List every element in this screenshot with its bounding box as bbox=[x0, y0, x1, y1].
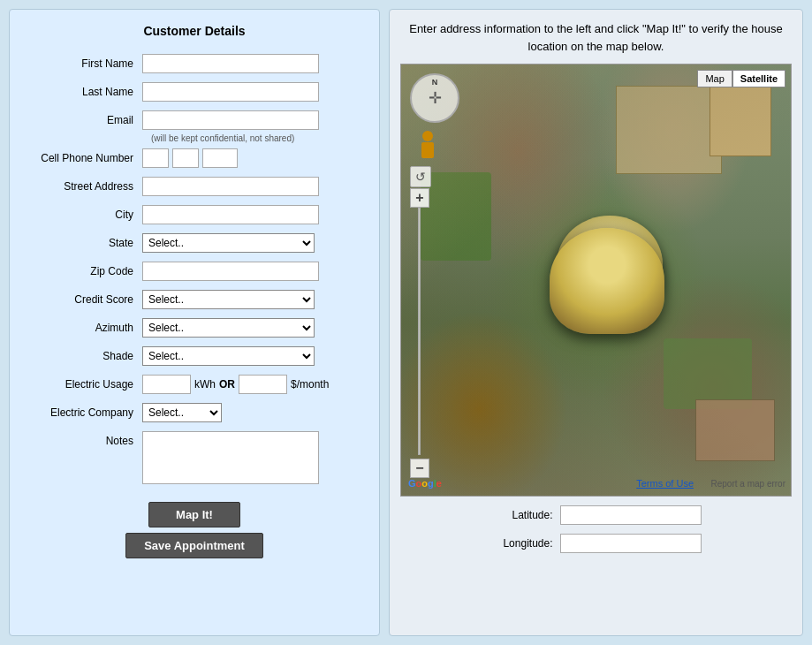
city-row: City bbox=[19, 205, 370, 224]
electric-usage-row: Electric Usage kWh OR $/month bbox=[19, 375, 370, 394]
zoom-in-button[interactable]: + bbox=[410, 188, 429, 208]
last-name-row: Last Name bbox=[19, 82, 370, 102]
street-address-label: Street Address bbox=[19, 180, 142, 193]
building-bottom-right bbox=[695, 399, 775, 461]
credit-score-row: Credit Score Select.. bbox=[19, 290, 370, 309]
per-month-label: $/month bbox=[291, 378, 329, 391]
cell-phone-label: Cell Phone Number bbox=[19, 152, 142, 164]
shade-label: Shade bbox=[19, 350, 142, 362]
email-row: Email bbox=[19, 110, 370, 130]
zoom-out-button[interactable]: − bbox=[410, 459, 429, 478]
electric-company-select[interactable]: Select.. bbox=[142, 403, 222, 422]
satellite-view-button[interactable]: Satellite bbox=[732, 70, 785, 87]
latitude-label: Latitude: bbox=[491, 509, 553, 521]
latitude-input[interactable] bbox=[560, 505, 702, 525]
map-toggle-buttons: Map Satellite bbox=[697, 70, 785, 87]
zip-code-label: Zip Code bbox=[19, 265, 142, 277]
person-body bbox=[421, 142, 434, 158]
map-refresh-button[interactable]: ↺ bbox=[410, 166, 431, 187]
right-panel: Enter address information to the left an… bbox=[389, 9, 803, 636]
notes-row: Notes bbox=[19, 431, 370, 484]
compass-north-label: N bbox=[432, 78, 438, 87]
kwh-label: kWh bbox=[194, 378, 216, 391]
person-head bbox=[422, 131, 433, 141]
first-name-input[interactable] bbox=[142, 54, 319, 73]
terms-of-use-link[interactable]: Terms of Use bbox=[636, 478, 694, 489]
google-watermark: Google bbox=[408, 478, 442, 489]
longitude-label: Longitude: bbox=[491, 537, 553, 550]
last-name-input[interactable] bbox=[142, 82, 319, 102]
azimuth-row: Azimuth Select.. bbox=[19, 318, 370, 338]
notes-textarea[interactable] bbox=[142, 431, 319, 484]
map-compass[interactable]: N ✛ bbox=[410, 73, 459, 123]
map-image bbox=[401, 64, 791, 496]
panel-title: Customer Details bbox=[19, 24, 370, 38]
zoom-controls: + bbox=[410, 188, 429, 208]
report-map-error-link[interactable]: Report a map error bbox=[711, 479, 785, 489]
last-name-label: Last Name bbox=[19, 86, 142, 98]
button-row: Map It! Save Appointment bbox=[19, 502, 370, 558]
first-name-row: First Name bbox=[19, 54, 370, 73]
city-label: City bbox=[19, 209, 142, 221]
longitude-row: Longitude: bbox=[400, 534, 792, 553]
azimuth-label: Azimuth bbox=[19, 322, 142, 334]
email-input[interactable] bbox=[142, 110, 319, 130]
map-it-button[interactable]: Map It! bbox=[148, 502, 240, 527]
street-address-input[interactable] bbox=[142, 177, 319, 196]
shade-select[interactable]: Select.. bbox=[142, 346, 315, 366]
electric-company-label: Electric Company bbox=[19, 406, 142, 419]
green-area-left bbox=[421, 172, 491, 261]
or-label: OR bbox=[219, 378, 235, 391]
building-top-right bbox=[616, 86, 722, 174]
phone-prefix-input[interactable] bbox=[172, 148, 199, 168]
electric-usage-controls: kWh OR $/month bbox=[142, 375, 329, 394]
kwh-input[interactable] bbox=[142, 375, 191, 394]
azimuth-select[interactable]: Select.. bbox=[142, 318, 315, 338]
zip-code-row: Zip Code bbox=[19, 262, 370, 281]
email-hint: (will be kept confidential, not shared) bbox=[151, 133, 370, 143]
capitol-dome bbox=[550, 228, 664, 334]
latitude-row: Latitude: bbox=[400, 505, 792, 525]
green-area-bottom-right bbox=[664, 338, 752, 409]
cell-phone-row: Cell Phone Number bbox=[19, 148, 370, 168]
phone-line-input[interactable] bbox=[202, 148, 238, 168]
map-view-button[interactable]: Map bbox=[697, 70, 732, 87]
first-name-label: First Name bbox=[19, 57, 142, 70]
state-select[interactable]: Select.. bbox=[142, 233, 315, 253]
zip-code-input[interactable] bbox=[142, 262, 319, 281]
phone-boxes bbox=[142, 148, 238, 168]
street-view-person[interactable] bbox=[419, 131, 436, 163]
street-address-row: Street Address bbox=[19, 177, 370, 196]
shade-row: Shade Select.. bbox=[19, 346, 370, 366]
save-appointment-button[interactable]: Save Appointment bbox=[125, 533, 263, 558]
compass-arrows: ✛ bbox=[429, 90, 442, 106]
building-top-far-right bbox=[710, 86, 771, 156]
left-panel: Customer Details First Name Last Name Em… bbox=[9, 9, 380, 636]
electric-company-row: Electric Company Select.. bbox=[19, 403, 370, 422]
per-month-input[interactable] bbox=[239, 375, 287, 394]
state-row: State Select.. bbox=[19, 233, 370, 253]
state-label: State bbox=[19, 237, 142, 249]
credit-score-select[interactable]: Select.. bbox=[142, 290, 315, 309]
map-instruction: Enter address information to the left an… bbox=[400, 20, 792, 55]
map-container[interactable]: Map Satellite N ✛ ↺ + − Google bbox=[400, 64, 792, 497]
phone-area-input[interactable] bbox=[142, 148, 169, 168]
zoom-slider[interactable] bbox=[418, 208, 421, 455]
notes-label: Notes bbox=[19, 431, 142, 447]
credit-score-label: Credit Score bbox=[19, 293, 142, 306]
email-label: Email bbox=[19, 114, 142, 126]
electric-usage-label: Electric Usage bbox=[19, 378, 142, 391]
longitude-input[interactable] bbox=[560, 534, 702, 553]
city-input[interactable] bbox=[142, 205, 319, 224]
